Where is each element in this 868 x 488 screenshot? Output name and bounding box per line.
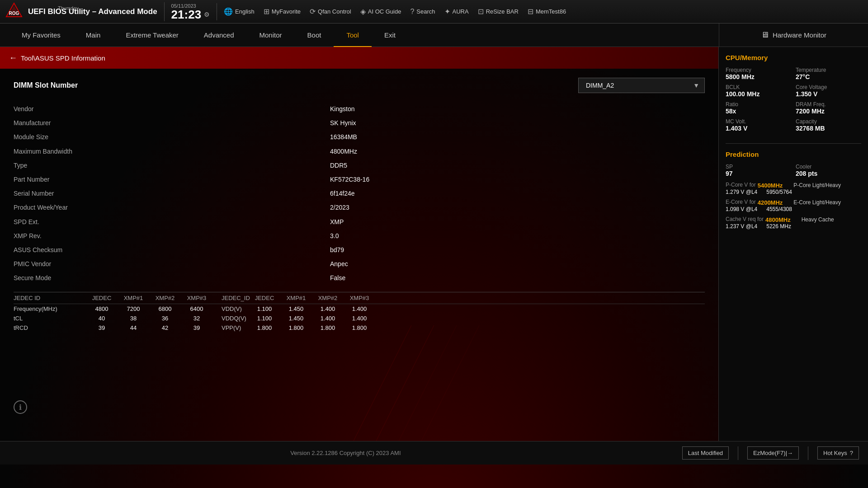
list-item: Vendor Kingston xyxy=(14,102,705,116)
jedec-section: JEDEC ID JEDEC XMP#1 XMP#2 XMP#3 JEDEC_I… xyxy=(14,292,705,333)
nav-aura[interactable]: ✦ AURA xyxy=(444,7,469,16)
menu-monitor[interactable]: Monitor xyxy=(247,23,295,47)
aioc-label: AI OC Guide xyxy=(368,8,401,15)
bios-title: UEFI BIOS Utility – Advanced Mode xyxy=(28,7,157,16)
nav-search[interactable]: ? Search xyxy=(410,8,435,16)
bottom-divider-2 xyxy=(808,446,808,460)
jedec-header: JEDEC ID JEDEC XMP#1 XMP#2 XMP#3 JEDEC_I… xyxy=(14,292,705,304)
ratio-label: Ratio xyxy=(726,101,791,108)
hardware-monitor-tab[interactable]: 🖥 Hardware Monitor xyxy=(719,23,868,47)
nav-aioc[interactable]: ◈ AI OC Guide xyxy=(360,7,401,16)
temperature-value: 27°C xyxy=(796,73,861,80)
dram-freq-value: 7200 MHz xyxy=(796,108,861,115)
core-voltage-value: 1.350 V xyxy=(796,90,861,98)
nav-myfavorite[interactable]: ⊞ MyFavorite xyxy=(264,7,301,16)
logo-area: ROG UEFI BIOS Utility – Advanced Mode xyxy=(5,2,165,21)
info-button[interactable]: ℹ xyxy=(14,400,27,414)
gear-icon[interactable]: ⚙ xyxy=(204,11,210,18)
list-item: Secure Mode False xyxy=(14,271,705,285)
menu-boot[interactable]: Boot xyxy=(295,23,334,47)
nav-qfan[interactable]: ⟳ Qfan Control xyxy=(310,7,351,16)
memtest-label: MemTest86 xyxy=(536,8,566,15)
dimm-select[interactable]: DIMM_A1 DIMM_A2 DIMM_B1 DIMM_B2 xyxy=(578,78,705,93)
hw-divider xyxy=(726,143,861,144)
bclk-value: 100.00 MHz xyxy=(726,90,791,98)
info-table: Vendor Kingston Manufacturer SK Hynix Mo… xyxy=(14,102,705,285)
prediction-title: Prediction xyxy=(726,150,861,158)
dram-freq-label: DRAM Freq. xyxy=(796,101,861,108)
nav-tools: 🌐 English ⊞ MyFavorite ⟳ Qfan Control ◈ … xyxy=(224,7,566,16)
list-item: Maximum Bandwidth 4800MHz xyxy=(14,145,705,159)
day-display: Thursday xyxy=(58,5,79,11)
mc-volt-label: MC Volt. xyxy=(726,118,791,125)
prediction-section: Prediction SP 97 Cooler 208 pts P-Core V… xyxy=(726,150,861,233)
nav-english[interactable]: 🌐 English xyxy=(224,7,255,16)
menu-exit[interactable]: Exit xyxy=(372,23,408,47)
ratio-value: 58x xyxy=(726,108,791,115)
resizebar-label: ReSize BAR xyxy=(486,8,519,15)
sp-item: SP 97 xyxy=(726,164,791,177)
info-icon[interactable]: ℹ xyxy=(14,400,27,414)
hot-keys-button[interactable]: Hot Keys ? xyxy=(817,446,859,460)
capacity-label: Capacity xyxy=(796,118,861,125)
nav-resizebar[interactable]: ⊡ ReSize BAR xyxy=(478,7,519,16)
search-icon: ? xyxy=(410,8,414,16)
top-bar: ROG UEFI BIOS Utility – Advanced Mode 05… xyxy=(0,0,868,23)
resizebar-icon: ⊡ xyxy=(478,7,484,16)
version-text: Version 2.22.1286 Copyright (C) 2023 AMI xyxy=(9,450,682,456)
pcore-v-block: P-Core V for 5400MHz P-Core Light/Heavy … xyxy=(726,182,861,195)
core-voltage-label: Core Voltage xyxy=(796,84,861,90)
breadcrumb-path: Tool\ASUS SPD Information xyxy=(21,54,105,62)
menu-bar: My Favorites Main Extreme Tweaker Advanc… xyxy=(0,23,868,47)
nav-memtest[interactable]: ⊟ MemTest86 xyxy=(528,7,566,16)
aura-icon: ✦ xyxy=(444,7,450,16)
bottom-right: Last Modified EzMode(F7)|→ Hot Keys ? xyxy=(682,446,859,460)
menu-advanced[interactable]: Advanced xyxy=(191,23,247,47)
cooler-item: Cooler 208 pts xyxy=(796,164,861,177)
mc-volt-value: 1.403 V xyxy=(726,125,791,132)
aura-label: AURA xyxy=(453,8,469,15)
right-panel: CPU/Memory Frequency 5800 MHz Temperatur… xyxy=(719,47,868,441)
globe-icon: 🌐 xyxy=(224,7,233,16)
time-line: 21:23 ⚙ xyxy=(171,9,210,20)
list-item: Type DDR5 xyxy=(14,159,705,173)
frequency-item: Frequency 5800 MHz xyxy=(726,67,791,80)
svg-text:ROG: ROG xyxy=(9,11,19,16)
list-item: Product Week/Year 2/2023 xyxy=(14,201,705,215)
bottom-bar: Version 2.22.1286 Copyright (C) 2023 AMI… xyxy=(0,441,868,465)
table-row: tRCD 39 44 42 39 VPP(V) 1.800 1.800 1.80… xyxy=(14,323,705,333)
qfan-icon: ⟳ xyxy=(310,7,316,16)
cpu-memory-grid: Frequency 5800 MHz Temperature 27°C BCLK… xyxy=(726,67,861,132)
menu-extreme[interactable]: Extreme Tweaker xyxy=(113,23,191,47)
bclk-item: BCLK 100.00 MHz xyxy=(726,84,791,98)
search-label: Search xyxy=(416,8,435,15)
last-modified-button[interactable]: Last Modified xyxy=(682,446,729,460)
list-item: Serial Number 6f14f24e xyxy=(14,187,705,201)
core-voltage-item: Core Voltage 1.350 V xyxy=(796,84,861,98)
list-item: Module Size 16384MB xyxy=(14,130,705,144)
ez-mode-button[interactable]: EzMode(F7)|→ xyxy=(747,446,799,460)
frequency-value: 5800 MHz xyxy=(726,73,791,80)
sp-row: SP 97 Cooler 208 pts xyxy=(726,164,861,177)
left-content: ← Tool\ASUS SPD Information DIMM Slot Nu… xyxy=(0,47,719,441)
memtest-icon: ⊟ xyxy=(528,7,533,16)
table-row: tCL 40 38 36 32 VDDQ(V) 1.100 1.450 1.40… xyxy=(14,314,705,323)
datetime-section: 05/11/2023 21:23 ⚙ xyxy=(171,3,217,20)
dimm-header: DIMM Slot Number DIMM_A1 DIMM_A2 DIMM_B1… xyxy=(14,78,705,93)
aioc-icon: ◈ xyxy=(360,7,366,16)
mc-volt-item: MC Volt. 1.403 V xyxy=(726,118,791,132)
back-arrow-icon[interactable]: ← xyxy=(9,53,17,63)
cache-v-block: Cache V req for 4800MHz Heavy Cache 1.23… xyxy=(726,216,861,230)
menu-main[interactable]: Main xyxy=(73,23,113,47)
list-item: Part Number KF572C38-16 xyxy=(14,173,705,187)
hardware-monitor-label: Hardware Monitor xyxy=(773,31,826,39)
dram-freq-item: DRAM Freq. 7200 MHz xyxy=(796,101,861,115)
temperature-item: Temperature 27°C xyxy=(796,67,861,80)
table-row: Frequency(MHz) 4800 7200 6800 6400 VDD(V… xyxy=(14,304,705,314)
list-item: Manufacturer SK Hynix xyxy=(14,116,705,130)
menu-favorites[interactable]: My Favorites xyxy=(9,23,73,47)
dimm-select-wrapper[interactable]: DIMM_A1 DIMM_A2 DIMM_B1 DIMM_B2 xyxy=(578,78,705,93)
time-display: 21:23 xyxy=(171,9,202,20)
main-area: ← Tool\ASUS SPD Information DIMM Slot Nu… xyxy=(0,47,868,441)
menu-tool[interactable]: Tool xyxy=(334,23,372,47)
